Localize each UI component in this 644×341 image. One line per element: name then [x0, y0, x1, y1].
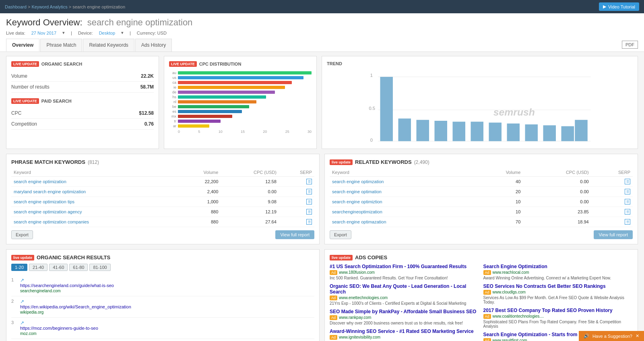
result-url[interactable]: https://moz.com/beginners-guide-to-seo [20, 326, 98, 331]
organic-tab-61-80[interactable]: 61-80 [69, 264, 88, 271]
cpc-stat: CPC $12.58 [11, 108, 154, 119]
ad-title[interactable]: Award-Winning SEO Service - #1 Rated SEO… [330, 329, 479, 334]
feedback-bar[interactable]: 🔊 Have a Suggestion? ✕ [579, 331, 644, 341]
ads-column-right: Search Engine Optimization Adwww.reachlo… [483, 264, 633, 341]
ad-url: www.resultfirst.com [493, 338, 527, 341]
kw-link[interactable]: search engine optimzation [332, 179, 384, 184]
result-url[interactable]: https://en.wikipedia.org/wiki/Search_eng… [20, 304, 131, 309]
kw-link[interactable]: maryland search engine optimization [14, 189, 86, 194]
ad-badge: Ad [483, 314, 491, 319]
result-domain: moz.com [20, 331, 37, 336]
organic-results-header: live update ORGANIC SEARCH RESULTS [11, 254, 314, 260]
phrase-match-export-button[interactable]: Export [11, 230, 33, 239]
related-keywords-title: live update RELATED KEYWORDS (2,490) [330, 159, 429, 165]
tab-bar: Overview Phrase Match Related Keywords A… [6, 39, 638, 52]
ad-url: www.rankpay.com [339, 315, 371, 320]
col-keyword: Keyword [11, 168, 180, 177]
kw-link[interactable]: search engine optimization companies [14, 219, 89, 224]
organic-search-title: live update ORGANIC SEARCH [11, 61, 154, 67]
page-title: Keyword Overview: search engine optimiza… [6, 17, 638, 28]
col-serp: SERP [591, 168, 633, 177]
table-row: search engine optimiztion 10 0.00 ☰ [330, 197, 633, 207]
cpc-bar-ca: ca [169, 81, 312, 85]
serp-icon[interactable]: ☰ [625, 189, 630, 194]
ad-item: Organic SEO: We Beat Any Quote - Lead Ge… [330, 283, 479, 306]
organic-tab-81-100[interactable]: 81-100 [89, 264, 110, 271]
video-tutorial-button[interactable]: Video Tutorial [599, 2, 639, 11]
breadcrumb-dashboard[interactable]: Dashboard [5, 4, 27, 9]
ad-url: www.cloudlgs.com [493, 290, 526, 294]
svg-rect-16 [561, 126, 574, 141]
ad-title[interactable]: SEO Made Simple by RankPay - Affordable … [330, 309, 479, 314]
ad-url: www.enettechnologies.com [339, 296, 388, 300]
svg-rect-13 [507, 124, 520, 141]
trend-panel: TREND 1 0.5 0 [322, 56, 638, 149]
serp-icon[interactable]: ☰ [625, 219, 630, 225]
svg-text:0.5: 0.5 [369, 106, 375, 111]
feedback-close-icon[interactable]: ✕ [636, 333, 639, 339]
cpc-bar-be: be [169, 105, 312, 109]
result-url[interactable]: https://searchengineland.com/guide/what-… [20, 283, 114, 288]
device-selector[interactable]: Desktop [99, 31, 115, 35]
serp-icon[interactable]: ☰ [625, 209, 630, 215]
ad-title[interactable]: 2017 Best SEO Company Top Rated SEO Prov… [483, 308, 633, 313]
paid-search-title: live update PAID SEARCH [11, 98, 154, 104]
ad-title[interactable]: SEO Services No Contracts Get Better SEO… [483, 283, 633, 289]
top-panels: live update ORGANIC SEARCH Volume 22.2K … [6, 56, 638, 149]
date-selector[interactable]: 27 Nov 2017 [31, 31, 56, 35]
table-row: search engine optimzation 40 0.00 ☰ [330, 177, 633, 187]
cpc-bar-de: de [169, 90, 312, 94]
ad-item: SEO Made Simple by RankPay - Affordable … [330, 309, 479, 325]
related-report-button[interactable]: View full report [594, 230, 633, 239]
phrase-match-header: PHRASE MATCH KEYWORDS (812) [11, 159, 314, 165]
organic-tab-21-40[interactable]: 21-40 [29, 264, 47, 271]
serp-icon[interactable]: ☰ [306, 199, 312, 205]
kw-link[interactable]: search engine optimization agency [14, 209, 82, 214]
serp-icon[interactable]: ☰ [625, 179, 630, 184]
phrase-match-table: Keyword Volume CPC (USD) SERP search eng… [11, 168, 314, 227]
serp-icon[interactable]: ☰ [306, 219, 312, 225]
serp-icon[interactable]: ☰ [625, 199, 630, 205]
ad-title[interactable]: #1 US Search Optimization Firm - 100% Gu… [330, 264, 479, 269]
serp-icon[interactable]: ☰ [306, 189, 312, 194]
ad-url: www.ignitevisibility.com [339, 335, 380, 339]
ads-copies-header: live update ADS COPIES [330, 254, 633, 260]
tab-related-keywords[interactable]: Related Keywords [83, 39, 134, 52]
related-export-button[interactable]: Export [330, 230, 351, 239]
device-separator: | [71, 31, 72, 35]
ad-badge: Ad [483, 290, 491, 295]
title-prefix: Keyword Overview: [6, 17, 83, 27]
svg-rect-9 [435, 121, 448, 141]
organic-result: 3 ↗ https://moz.com/beginners-guide-to-s… [11, 318, 314, 339]
kw-link[interactable]: search engine optimiztion [332, 199, 382, 204]
ads-live-badge: live update [330, 255, 353, 260]
kw-link[interactable]: search engine optimation [332, 189, 382, 194]
cpc-bar-nl: nl [169, 100, 312, 104]
pdf-button[interactable]: PDF [622, 41, 638, 49]
phrase-match-actions: Export View full report [11, 230, 314, 239]
paid-live-badge: live update [11, 98, 39, 104]
col-cpc: CPC (USD) [523, 168, 591, 177]
result-domain: wikipedia.org [20, 310, 43, 314]
phrase-match-report-button[interactable]: View full report [275, 230, 314, 239]
kw-link[interactable]: searchengineoptimization [332, 209, 382, 214]
kw-link[interactable]: search engine optimazation [332, 219, 386, 224]
tab-overview[interactable]: Overview [6, 39, 39, 52]
breadcrumb-keyword-analytics[interactable]: Keyword Analytics [31, 4, 67, 9]
ad-title[interactable]: Organic SEO: We Beat Any Quote - Lead Ge… [330, 283, 479, 295]
tab-phrase-match[interactable]: Phrase Match [40, 39, 82, 52]
tab-ads-history[interactable]: Ads History [135, 39, 172, 52]
ad-desc: Services As Low As $99 Per Month. Get A … [483, 296, 633, 304]
ads-copies-title: live update ADS COPIES [330, 254, 387, 260]
kw-link[interactable]: search engine optimization [14, 179, 66, 184]
serp-icon[interactable]: ☰ [306, 179, 312, 184]
ad-title[interactable]: Search Engine Optimization [483, 264, 633, 269]
feedback-icon: 🔊 [584, 333, 589, 339]
ad-badge: Ad [330, 315, 337, 320]
cpc-bar-mx: mx [169, 114, 312, 118]
kw-link[interactable]: search engine optimization tips [14, 199, 74, 204]
page-header: Keyword Overview: search engine optimiza… [0, 13, 644, 52]
organic-tab-1-20[interactable]: 1-20 [11, 264, 27, 271]
organic-tab-41-60[interactable]: 41-60 [49, 264, 68, 271]
serp-icon[interactable]: ☰ [306, 209, 312, 215]
